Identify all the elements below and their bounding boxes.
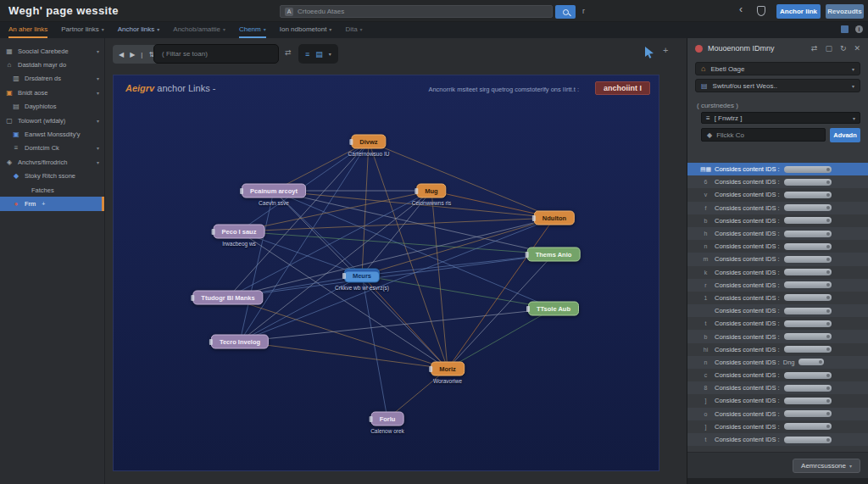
nav-item[interactable]: Anchob/amattie▾ xyxy=(173,22,225,38)
graph-node-meurs[interactable]: Meurs xyxy=(344,269,380,283)
back-icon[interactable]: ◀ xyxy=(119,51,124,58)
graph-canvas[interactable]: DivwzCarternowsuo IUPcainum arcoytCaevtn… xyxy=(113,75,659,471)
content-id-row[interactable]: kConsides content IDS : xyxy=(687,266,868,279)
close-icon[interactable]: ✕ xyxy=(854,44,860,53)
back-icon[interactable]: ‹ xyxy=(739,3,743,15)
global-search-input[interactable]: A Crtoeedu Ataes xyxy=(280,5,553,18)
sidebar-item-domtcim-ck[interactable]: ≡Domtcim Ck▾ xyxy=(0,142,104,155)
add-tool-icon[interactable]: + xyxy=(663,45,668,55)
content-id-row[interactable]: cConsides content IDS : xyxy=(687,369,868,381)
content-id-row[interactable]: tConsides content IDS : xyxy=(687,317,868,330)
sidebar-item-bnidt-aose[interactable]: ▣Bnidt aose▾ xyxy=(0,86,104,99)
row-icon: 1 xyxy=(697,295,715,301)
content-id-row[interactable]: rConsides content IDS : xyxy=(687,279,868,292)
sidebar-item-drsdatren-ds[interactable]: ▥Drsdatren ds▾ xyxy=(0,72,104,86)
graph-node-mug[interactable]: Mug xyxy=(416,184,446,198)
nav-item[interactable]: Partnor links▾ xyxy=(61,22,103,38)
content-id-row[interactable]: vConsides content IDS : xyxy=(687,188,868,201)
sidebar-item-dastdah-mayr-do[interactable]: ⌂Dastdah mayr do xyxy=(0,58,104,71)
row-label: Consides content IDS : xyxy=(715,217,780,225)
anchor-link-button[interactable]: Anchor link xyxy=(776,4,821,19)
graph-node-tecro-invelog[interactable]: Tecro Invelog xyxy=(211,335,269,349)
nav-item[interactable]: Chenm▾ xyxy=(239,22,266,38)
content-id-row[interactable]: ]Consides content IDS : xyxy=(687,420,868,433)
nav-item[interactable]: An aher links xyxy=(8,22,47,38)
panel-footer-button[interactable]: Aemrcsussone ▾ xyxy=(793,459,860,473)
home-icon: ⌂ xyxy=(701,64,705,73)
panel-search-input[interactable]: ◆ Fllckk Co xyxy=(701,128,826,142)
share-icon[interactable]: ⇄ xyxy=(811,44,818,53)
grid-icon[interactable] xyxy=(841,25,849,33)
row-value-pill xyxy=(784,217,832,224)
row-value-pill xyxy=(784,423,832,430)
graph-node-forlu[interactable]: Forlu xyxy=(371,412,404,426)
content-id-row[interactable]: 6Consides content IDS : xyxy=(687,175,868,188)
graph-node-ttudogr-bl-manks[interactable]: Ttudogr Bl Manks xyxy=(192,291,263,305)
graph-title: Aeigrv anchor Links - xyxy=(125,83,215,93)
sidebar-item-dayphiotos[interactable]: ▤Dayphiotos xyxy=(0,100,104,114)
forward-icon[interactable]: ▶ xyxy=(130,51,135,58)
sidebar-item-anchvrs-firrodrich[interactable]: ◈Anchvrs/firrodrich▾ xyxy=(0,155,104,169)
row-label: Consides content IDS : xyxy=(715,346,780,353)
nav-item[interactable]: Ion ndbometont▾ xyxy=(280,22,332,38)
grid-view-icon[interactable]: ▤ xyxy=(315,50,323,58)
graph-node-moriz[interactable]: Moriz xyxy=(431,362,465,376)
swap-icon[interactable]: ⇄ xyxy=(285,48,292,57)
content-id-row[interactable]: hConsides content IDS : xyxy=(687,227,868,240)
graph-node-caption: Ceionwwwns ris xyxy=(412,200,452,206)
search-button[interactable] xyxy=(555,5,576,19)
graph-node-divwz[interactable]: Divwz xyxy=(351,135,386,149)
graph-node-ttsole-aub[interactable]: TTsole Aub xyxy=(528,302,579,316)
list-view-icon[interactable]: ≡ xyxy=(305,50,309,58)
sidebar-item-label: Bnidt aose xyxy=(18,89,47,97)
graph-title-rest: anchor Links - xyxy=(157,83,215,93)
view-switch-group[interactable]: ≡ ▤ ▾ xyxy=(298,44,338,64)
content-id-row[interactable]: nConsides content IDS :Dng xyxy=(687,356,868,369)
info-icon[interactable]: i xyxy=(855,25,863,33)
sidebar-item-fatches[interactable]: Fatches xyxy=(0,183,104,197)
cursor-tool-icon[interactable] xyxy=(644,47,654,62)
content-id-row[interactable]: ]Consides content IDS : xyxy=(687,394,868,407)
row-label: Consides content IDS : xyxy=(715,307,780,314)
content-id-row[interactable]: 8Consides content IDS : xyxy=(687,381,868,394)
anchor-point-badge[interactable]: anchoiint I xyxy=(595,81,650,95)
nav-item[interactable]: Dita▾ xyxy=(345,22,362,38)
content-id-row[interactable]: 1Consides content IDS : xyxy=(687,292,868,304)
content-id-row[interactable]: mConsides content IDS : xyxy=(687,253,868,265)
record-dot-icon xyxy=(695,45,703,53)
nav-item[interactable]: Anchor links▾ xyxy=(118,22,160,38)
graph-node-thems-anio[interactable]: Thems Anio xyxy=(527,248,581,262)
row-icon: t xyxy=(697,320,715,326)
shield-icon[interactable] xyxy=(757,6,765,16)
graph-node-caption: Irwacbeog ws xyxy=(222,241,256,247)
search-placeholder: Crtoeedu Ataes xyxy=(298,8,344,15)
maximize-icon[interactable]: ▢ xyxy=(825,44,832,53)
panel-filter-value: [ Fnwtrz ] xyxy=(715,114,743,122)
sidebar-item-label: Anchvrs/firrodrich xyxy=(18,159,67,166)
sidebar-item-eanwst-monssdity-y[interactable]: ▣Eanwst Monssdity'y xyxy=(0,127,104,141)
source-dropdown[interactable]: ▤ Swtruf/ou sert Weos.. ▾ xyxy=(695,79,860,92)
graph-filter-input[interactable]: ( Filtar se toan) xyxy=(153,44,279,64)
results-button[interactable]: Revozudts xyxy=(826,4,864,19)
content-id-row[interactable]: oConsides content IDS : xyxy=(687,408,868,420)
sidebar-item-stoky-ritch-ssone[interactable]: ◆Stoky Ritch ssone xyxy=(0,170,104,183)
sidebar-item-soocial-carebede[interactable]: ▦Soocial Carebede▾ xyxy=(0,44,104,58)
content-id-row[interactable]: tConsides content IDS : xyxy=(687,433,868,446)
content-id-row[interactable]: bConsides content IDS : xyxy=(687,330,868,342)
content-id-row[interactable]: ▤▦Consides content IDS : xyxy=(687,163,868,175)
graph-node-ndulton[interactable]: Ndulton xyxy=(534,211,575,225)
refresh-icon[interactable]: ↻ xyxy=(840,44,847,53)
content-id-row[interactable]: fConsides content IDS : xyxy=(687,202,868,214)
panel-filter-dropdown[interactable]: ≡ [ Fnwtrz ] ▾ xyxy=(701,112,860,124)
content-id-row[interactable]: Consides content IDS : xyxy=(687,304,868,317)
content-id-row[interactable]: hiConsides content IDS : xyxy=(687,343,868,356)
content-id-row[interactable]: nConsides content IDS : xyxy=(687,240,868,253)
nav-item-label: Partnor links xyxy=(61,25,98,33)
sidebar-item-tolowort-wfdaly[interactable]: ▢Tolowort (wfdaly)▾ xyxy=(0,114,104,127)
graph-node-peco-i-sauz[interactable]: Peco I sauz xyxy=(214,225,265,239)
graph-node-pcainum-arcoyt[interactable]: Pcainum arcoyt xyxy=(242,184,306,198)
sidebar-item-frm[interactable]: ●Frm+ xyxy=(0,197,104,210)
panel-search-button[interactable]: Advadn xyxy=(830,128,860,142)
content-id-row[interactable]: bConsides content IDS : xyxy=(687,214,868,227)
page-dropdown[interactable]: ⌂ Ebetl Oage ▾ xyxy=(695,62,860,75)
